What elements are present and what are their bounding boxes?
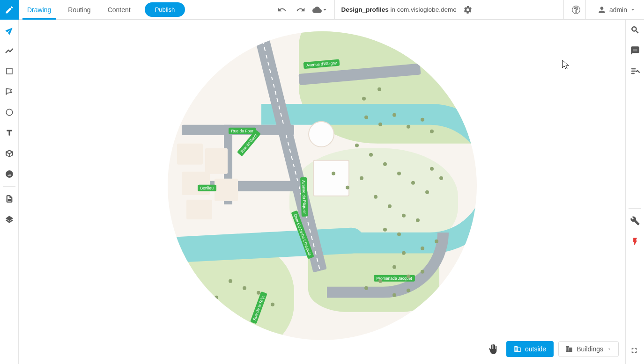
tree-icon [257,291,260,295]
map-viewport[interactable]: Avenue d'Albigny Quai Eustache Chappuis … [168,31,477,340]
line-tool[interactable] [0,40,19,61]
document-tool[interactable] [0,189,19,209]
tree-icon [215,296,218,299]
map-canvas[interactable]: Avenue d'Albigny Quai Eustache Chappuis … [19,20,625,364]
tree-icon [364,116,368,119]
flag-icon [5,87,14,96]
tree-icon [383,162,387,166]
tree-icon [364,286,368,290]
redo-icon [296,5,305,15]
bolt-tool[interactable] [626,231,644,252]
tree-icon [416,218,420,222]
tree-icon [388,204,392,208]
right-toolbar [625,20,644,364]
polygon-tool[interactable] [0,81,19,102]
text-tool[interactable] [0,123,19,143]
svg-point-1 [6,109,13,116]
list-check-tool[interactable] [626,61,644,81]
tree-icon [402,214,406,218]
tree-icon [332,172,335,175]
tree-icon [392,293,396,297]
project-info: Design_profiles in com.visioglobe.demo [334,0,482,20]
cursor-icon [5,25,14,35]
search-tool[interactable] [626,20,644,40]
tree-icon [421,118,424,122]
help-button[interactable] [569,2,584,17]
tree-icon [378,87,381,91]
redo-button[interactable] [293,2,308,17]
tree-icon [407,275,410,278]
tree-icon [360,176,363,180]
header-tabs: Drawing Routing Content [19,0,139,20]
square-icon [5,67,14,75]
edit-mode-button[interactable] [0,0,19,20]
help-icon [571,5,581,15]
tree-icon [435,240,438,243]
tree-icon [421,270,424,274]
pan-tool[interactable] [485,341,502,357]
user-name: admin [609,6,627,14]
pencil-icon [5,5,14,15]
tree-icon [407,125,410,129]
image-tool[interactable] [0,164,19,184]
publish-button[interactable]: Publish [145,2,185,17]
building-icon [565,345,573,353]
tools-button[interactable] [626,211,644,231]
circle-tool[interactable] [0,102,19,123]
tree-icon [397,233,401,236]
tree-icon [362,97,366,101]
project-domain: com.visioglobe.demo [397,6,457,13]
buildings-label: Buildings [577,345,603,353]
history-controls [267,2,334,17]
fullscreen-icon [630,346,638,355]
bottom-controls: outside Buildings [485,341,619,357]
cloud-icon [312,5,326,15]
outside-button[interactable]: outside [506,341,554,357]
gear-icon [463,5,473,15]
header-right [563,0,585,20]
buildings-dropdown[interactable]: Buildings [558,341,619,357]
document-icon [5,195,14,203]
3d-tool[interactable] [0,143,19,164]
outside-label: outside [525,345,546,353]
tab-drawing[interactable]: Drawing [19,0,59,20]
tree-icon [355,144,359,147]
svg-point-2 [6,171,13,178]
tree-icon [369,153,373,157]
rectangle-tool[interactable] [0,61,19,81]
cursor-tool[interactable] [0,20,19,40]
layers-tool[interactable] [0,209,19,230]
tree-icon [430,167,434,171]
project-name: Design_profiles [341,6,389,13]
cloud-menu[interactable] [312,2,327,17]
tree-icon [392,113,396,117]
tree-icon [374,195,378,199]
tab-routing[interactable]: Routing [59,0,99,20]
outside-icon [514,345,521,353]
text-icon [5,129,14,137]
tree-icon [407,289,410,292]
chevron-down-icon [630,7,636,13]
tree-icon [397,172,401,175]
tree-icon [425,190,429,194]
top-header: Drawing Routing Content Publish Design_p… [0,0,644,20]
tree-icon [439,176,443,180]
settings-button[interactable] [460,2,475,17]
cube-icon [5,149,14,158]
tree-icon [411,181,415,185]
svg-rect-0 [7,68,12,74]
image-icon [5,170,14,178]
bolt-icon [631,237,639,246]
comment-icon [630,46,640,55]
user-menu[interactable]: admin [591,5,642,15]
wrench-icon [630,216,640,226]
undo-button[interactable] [274,2,289,17]
tab-content[interactable]: Content [99,0,139,20]
left-toolbar [0,20,19,364]
layers-icon [5,215,14,224]
tree-icon [378,279,382,283]
comment-tool[interactable] [626,40,644,61]
fullscreen-button[interactable] [627,343,641,357]
tree-icon [229,279,232,283]
hand-icon [488,344,498,354]
